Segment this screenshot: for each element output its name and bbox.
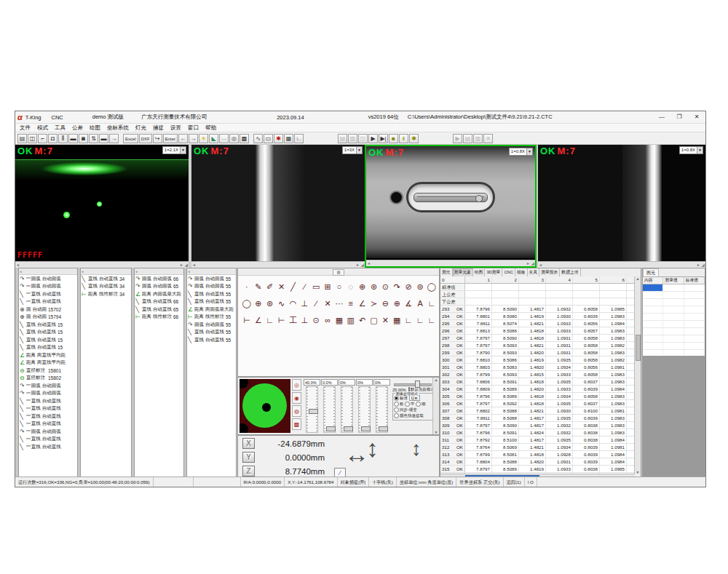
- table-tab-7[interactable]: 测量报表: [539, 268, 560, 276]
- list-item[interactable]: ╲***直线自动直线: [19, 412, 77, 420]
- toolbar-curve[interactable]: ∿: [253, 134, 263, 143]
- palette-tool-icon-0-1[interactable]: ✎: [253, 282, 264, 292]
- toolbar-stop[interactable]: ■: [389, 134, 398, 143]
- palette-tool-icon-2-6[interactable]: ⊙: [310, 315, 322, 326]
- grid-data-row[interactable]: 311OK7.87928.51001.48171.09350.80381.098…: [440, 437, 635, 444]
- palette-tool-icon-1-4[interactable]: ◠: [288, 298, 299, 309]
- menu-item-2[interactable]: 工具: [55, 124, 66, 132]
- grid-data-row[interactable]: 303OK7.88068.50911.48181.09350.80371.098…: [440, 378, 635, 386]
- camera-4-zoom-select[interactable]: 1=0.8X▼: [679, 146, 703, 154]
- light-slider-2[interactable]: 0%: [339, 379, 355, 433]
- toolbar-rect[interactable]: ▭: [264, 134, 273, 143]
- palette-tool-icon-0-14[interactable]: ⊘: [403, 282, 414, 292]
- camera-3-scrollbar[interactable]: ◄► ◢: [366, 260, 535, 266]
- menu-item-9[interactable]: 窗口: [188, 124, 199, 132]
- palette-tool-icon-2-13[interactable]: ▦: [391, 315, 403, 326]
- grid-data-row[interactable]: 310OK7.87968.50911.48241.09320.80381.098…: [440, 429, 635, 437]
- palette-tool-icon-0-7[interactable]: ⊞: [322, 282, 333, 292]
- grid-col-header[interactable]: 4: [546, 276, 573, 283]
- palette-tool-icon-2-10[interactable]: ↶: [357, 315, 368, 326]
- grid-vertical-scrollbar[interactable]: ▲▼: [634, 276, 641, 474]
- toolbar-open[interactable]: ◫: [28, 134, 37, 143]
- table-tab-8[interactable]: 数据上传: [560, 268, 580, 276]
- grid-data-row[interactable]: 299OK7.87908.50931.48201.09310.80581.098…: [440, 349, 635, 356]
- grid-col-header[interactable]: 3: [519, 276, 546, 283]
- grid-data-row[interactable]: 295OK7.88118.50741.48211.09330.80561.098…: [440, 320, 635, 327]
- grid-col-header[interactable]: 6: [600, 276, 627, 283]
- toolbar-run-to-end[interactable]: ▶|: [379, 134, 388, 143]
- jog-horizontal-icon[interactable]: ↔: [344, 440, 369, 469]
- menu-item-6[interactable]: 灯光: [135, 124, 146, 132]
- list-item[interactable]: ╲直线自动直线55: [187, 298, 236, 306]
- palette-tool-icon-0-0[interactable]: ·: [241, 282, 253, 292]
- palette-tool-icon-1-12[interactable]: ⊖: [380, 298, 392, 309]
- grid-data-row[interactable]: 297OK7.87978.50901.48181.09310.80581.098…: [440, 335, 635, 342]
- list-item[interactable]: ╲直线自动直线15: [19, 329, 77, 337]
- toolbar-export-excel[interactable]: Excel: [123, 134, 138, 143]
- mode-radio-color[interactable]: [394, 413, 399, 418]
- list-item[interactable]: ╲***直线自动直线: [19, 298, 77, 306]
- column-header[interactable]: 内容: [643, 277, 663, 284]
- table-tab-2[interactable]: 绘图: [473, 268, 486, 276]
- list-item[interactable]: ╲直线自动直线34: [81, 283, 131, 291]
- mode-radio-standard[interactable]: [394, 396, 399, 401]
- toolbar-enter[interactable]: Enter: [163, 134, 178, 143]
- light-slider-4[interactable]: 0%: [373, 379, 390, 433]
- list-item[interactable]: ╲***直线自动直线: [19, 290, 77, 298]
- light-segment-icon[interactable]: ◍: [292, 405, 301, 417]
- detail-row[interactable]: [643, 299, 705, 306]
- mode-radio-medium[interactable]: [405, 402, 410, 407]
- toolbar-barcode[interactable]: ▦: [284, 134, 293, 143]
- list-item[interactable]: ↷圆弧自动圆弧66: [135, 275, 183, 283]
- toolbar-light-bulb[interactable]: ☀: [199, 134, 208, 143]
- toolbar-export-dxf[interactable]: DXF: [139, 134, 152, 143]
- list-item[interactable]: ⊕圆自动圆15702: [19, 306, 77, 314]
- light-panel-scrollbar[interactable]: ▲▼: [432, 378, 439, 434]
- grid-col-header[interactable]: 1: [465, 276, 492, 283]
- toolbar-image[interactable]: ◣: [209, 134, 218, 143]
- palette-tool-icon-1-7[interactable]: ✕: [322, 298, 333, 309]
- palette-tool-icon-0-10[interactable]: ⊕: [357, 282, 368, 292]
- toolbar-clear-disabled[interactable]: ✕: [483, 134, 493, 143]
- toolbar-pause[interactable]: ‖: [399, 134, 408, 143]
- menu-item-3[interactable]: 公差: [72, 124, 83, 132]
- list-item[interactable]: ╲***直线自动直线: [19, 436, 77, 444]
- palette-tool-icon-0-3[interactable]: ✕: [276, 282, 288, 292]
- toolbar-run[interactable]: ▶: [368, 134, 378, 143]
- palette-tool-icon-0-13[interactable]: ↷: [391, 282, 403, 292]
- light-slider-1[interactable]: 0.0%: [321, 379, 338, 433]
- list-item[interactable]: ⊢距离线性标注55: [187, 314, 236, 322]
- list-item[interactable]: ╲直线自动直线15: [19, 344, 77, 352]
- list-item[interactable]: ╲直线自动直线66: [135, 298, 183, 306]
- list-item[interactable]: ⊢距离线性标注34: [81, 290, 131, 298]
- menu-item-7[interactable]: 捕捉: [153, 124, 164, 132]
- toolbar-batch[interactable]: ▥: [348, 134, 357, 143]
- palette-tool-icon-1-15[interactable]: A: [414, 298, 426, 309]
- detail-row[interactable]: [643, 306, 705, 314]
- light-coaxial-icon[interactable]: ◉: [292, 392, 301, 404]
- toolbar-blank-2[interactable]: ▬: [99, 134, 108, 143]
- palette-tool-icon-2-1[interactable]: ∠: [253, 315, 264, 326]
- toolbar-open-2[interactable]: ◫: [358, 134, 368, 143]
- menu-item-0[interactable]: 文件: [20, 124, 31, 132]
- toolbar-dash[interactable]: - -: [219, 134, 229, 143]
- toolbar-save-2[interactable]: ▤: [338, 134, 347, 143]
- list-item[interactable]: ╲直线自动直线15: [19, 321, 77, 329]
- table-tab-5[interactable]: 模板: [515, 268, 528, 276]
- grid-data-row[interactable]: 301OK7.88038.50831.48201.09340.80561.098…: [440, 364, 635, 371]
- list-2-scrollbar[interactable]: ◂: [81, 268, 131, 275]
- palette-tool-icon-2-15[interactable]: ∟: [414, 315, 426, 326]
- table-tab-6[interactable]: 夹具: [528, 268, 540, 276]
- palette-tool-icon-1-14[interactable]: ∡: [403, 298, 414, 309]
- camera-view-4[interactable]: OKM:7 1=0.8X▼ ◄► ◢: [538, 145, 705, 268]
- palette-tool-icon-1-13[interactable]: ⊕: [391, 298, 403, 309]
- palette-tool-icon-0-12[interactable]: ⊙: [380, 282, 392, 292]
- grid-data-row[interactable]: 309OK7.87978.50901.48171.09320.80381.098…: [440, 422, 635, 429]
- palette-tool-icon-2-9[interactable]: ▥: [345, 315, 357, 326]
- toolbar-stage[interactable]: ⌐: [38, 134, 47, 143]
- palette-tool-icon-0-5[interactable]: ∕: [298, 282, 310, 292]
- palette-tool-icon-1-8[interactable]: ⋯: [333, 298, 345, 309]
- list-item[interactable]: ⊖直径标注15801: [19, 367, 77, 375]
- camera-2-scrollbar[interactable]: ◄► ◢: [191, 261, 365, 268]
- palette-handle[interactable]: ▨: [238, 268, 439, 276]
